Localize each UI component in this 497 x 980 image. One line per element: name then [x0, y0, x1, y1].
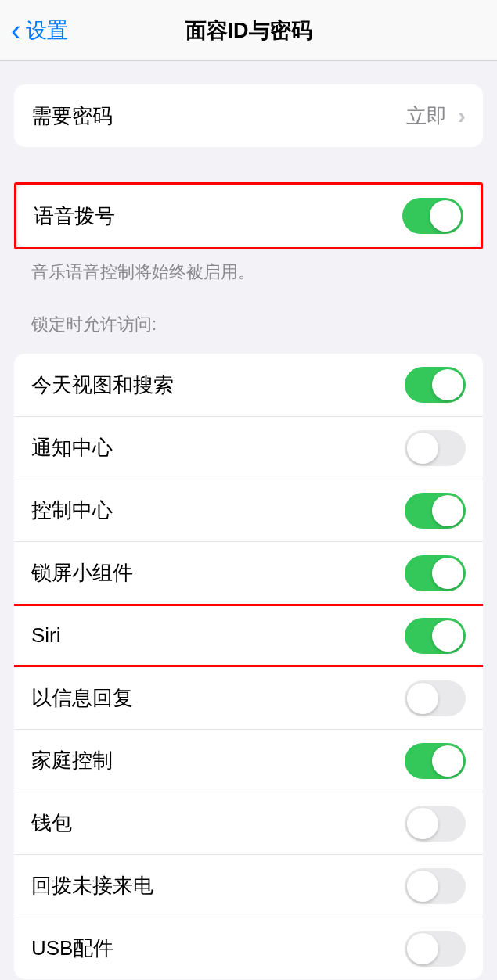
- back-button[interactable]: ‹ 设置: [0, 16, 68, 45]
- toggle-knob: [432, 620, 463, 652]
- lock-access-toggle[interactable]: [405, 430, 466, 466]
- lock-access-label: 锁屏小组件: [31, 559, 133, 587]
- page-title: 面容ID与密码: [0, 16, 497, 45]
- header-bar: ‹ 设置 面容ID与密码: [0, 0, 497, 61]
- highlight-box-voice-dial: 语音拨号: [14, 182, 483, 249]
- lock-access-row: 通知中心: [14, 416, 483, 479]
- voice-dial-footer: 音乐语音控制将始终被启用。: [14, 249, 483, 285]
- require-passcode-group: 需要密码 立即 ›: [14, 84, 483, 147]
- toggle-knob: [407, 808, 438, 839]
- lock-access-row: 家庭控制: [14, 729, 483, 792]
- toggle-knob: [430, 200, 461, 232]
- lock-access-toggle[interactable]: [405, 493, 466, 529]
- lock-access-label: USB配件: [31, 935, 113, 962]
- toggle-knob: [407, 871, 438, 902]
- lock-access-label: 今天视图和搜索: [31, 372, 174, 399]
- voice-dial-row: 语音拨号: [16, 185, 481, 247]
- lock-access-row: 锁屏小组件: [14, 541, 483, 604]
- toggle-knob: [407, 433, 438, 464]
- lock-access-row: 回拨未接来电: [14, 854, 483, 917]
- lock-access-toggle[interactable]: [405, 743, 466, 779]
- chevron-left-icon: ‹: [11, 16, 21, 45]
- lock-access-row: USB配件: [14, 917, 483, 979]
- lock-access-label: 通知中心: [31, 434, 113, 461]
- lock-access-label: 回拨未接来电: [31, 872, 153, 899]
- voice-dial-group: 语音拨号: [16, 185, 481, 247]
- lock-access-label: 控制中心: [31, 497, 113, 524]
- voice-dial-toggle[interactable]: [402, 198, 463, 234]
- lock-access-label: 钱包: [31, 809, 72, 837]
- lock-access-row: 钱包: [14, 792, 483, 854]
- lock-access-label: 家庭控制: [31, 747, 113, 774]
- lock-access-toggle[interactable]: [405, 555, 466, 591]
- toggle-knob: [407, 683, 438, 714]
- lock-access-header: 锁定时允许访问:: [14, 285, 483, 344]
- lock-access-toggle[interactable]: [405, 680, 466, 716]
- lock-access-row: 以信息回复: [14, 666, 483, 729]
- chevron-right-icon: ›: [458, 102, 466, 129]
- lock-access-toggle[interactable]: [405, 931, 466, 967]
- lock-access-toggle[interactable]: [405, 806, 466, 842]
- lock-access-toggle[interactable]: [405, 868, 466, 904]
- toggle-knob: [432, 369, 463, 400]
- require-passcode-row[interactable]: 需要密码 立即 ›: [14, 84, 483, 147]
- lock-access-group: 今天视图和搜索通知中心控制中心锁屏小组件Siri以信息回复家庭控制钱包回拨未接来…: [14, 354, 483, 979]
- require-passcode-value: 立即: [406, 102, 447, 130]
- lock-access-row: 控制中心: [14, 479, 483, 541]
- lock-access-label: 以信息回复: [31, 684, 133, 712]
- lock-access-toggle[interactable]: [405, 618, 466, 654]
- require-passcode-label: 需要密码: [31, 102, 113, 130]
- lock-access-row: Siri: [14, 604, 483, 666]
- lock-access-label: Siri: [31, 623, 61, 648]
- lock-access-toggle[interactable]: [405, 367, 466, 403]
- lock-access-row: 今天视图和搜索: [14, 354, 483, 416]
- toggle-knob: [407, 933, 438, 964]
- voice-dial-label: 语音拨号: [34, 203, 115, 230]
- back-label: 设置: [26, 16, 68, 45]
- toggle-knob: [432, 745, 463, 777]
- toggle-knob: [432, 495, 463, 526]
- toggle-knob: [432, 558, 463, 589]
